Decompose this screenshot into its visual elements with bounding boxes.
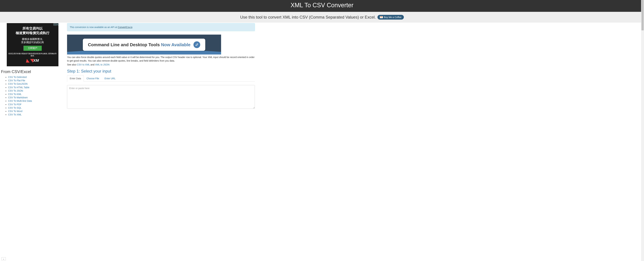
step1-title: Step 1: Select your input: [67, 69, 255, 74]
sidebar-heading: From CSV/Excel: [1, 69, 64, 74]
scrollbar[interactable]: [641, 0, 644, 120]
list-item: CSV To GeoJSON: [8, 82, 64, 85]
page-title: XML To CSV Converter: [0, 2, 644, 9]
alert-text: This conversion is now available as an A…: [70, 26, 118, 28]
main-content: This conversion is now available as an A…: [65, 23, 258, 120]
list-item: CSV To Multi-line Data: [8, 99, 64, 103]
page-header: XML To CSV Converter: [0, 0, 644, 12]
tab-enter-url[interactable]: Enter URL: [102, 75, 118, 82]
alert-link[interactable]: ConvertCsv.io: [118, 26, 132, 28]
sidebar-link[interactable]: CSV To Word: [8, 110, 22, 113]
sidebar-link[interactable]: CSV To GeoJSON: [8, 82, 28, 85]
api-alert: This conversion is now available as an A…: [67, 23, 255, 31]
list-item: CSV To SQL: [8, 106, 64, 109]
ad-banner[interactable]: ⓘ✕ 所有交易均以 極速實時報價完成執行 榮獲多個國際獎項, 受多國認可的經紀商…: [7, 23, 58, 66]
sidebar-link[interactable]: CSV To Multi-line Data: [8, 100, 32, 102]
list-item: CSV To KML: [8, 92, 64, 96]
tab-choose-file[interactable]: Choose File: [84, 75, 102, 82]
see-also-text: See also CSV to XML and XML to JSON: [67, 63, 255, 66]
sub-header: Use this tool to convert XML into CSV (C…: [0, 12, 644, 23]
coffee-label: Buy Me a Coffee: [384, 16, 402, 18]
intro-text: Use this tool to convert XML into CSV (C…: [240, 15, 376, 19]
coffee-icon: [380, 16, 383, 18]
sidebar-link[interactable]: CSV To XML: [8, 113, 22, 116]
ad-line: 極速實時報價完成執行: [8, 31, 57, 35]
input-tabs: Enter Data Choose File Enter URL: [67, 75, 255, 82]
input-panel: [67, 85, 255, 109]
list-item: CSV To HTML Table: [8, 86, 64, 89]
promo-banner[interactable]: Command Line and Desktop Tools Now Avail…: [67, 34, 221, 54]
sidebar-link[interactable]: CSV To Delimited: [8, 76, 26, 78]
ad-line: 受多國認可的經紀商: [8, 41, 57, 44]
list-item: CSV To JSON: [8, 89, 64, 92]
sidebar-link[interactable]: CSV To HTML Table: [8, 86, 30, 89]
list-item: CSV To PDF: [8, 103, 64, 106]
arrow-swap-icon: [194, 41, 200, 48]
buy-coffee-button[interactable]: Buy Me a Coffee: [378, 15, 404, 19]
sidebar-link[interactable]: CSV To SQL: [8, 106, 22, 109]
list-item: CSV To XML: [8, 113, 64, 116]
ad-line: 榮獲多個國際獎項,: [8, 38, 57, 41]
list-item: CSV To Markdown: [8, 96, 64, 99]
sidebar-link[interactable]: CSV To Markdown: [8, 96, 28, 99]
tab-enter-data[interactable]: Enter Data: [67, 75, 84, 82]
link-xml-to-json[interactable]: XML to JSON: [95, 63, 110, 66]
link-csv-to-xml[interactable]: CSV to XML: [77, 63, 90, 66]
list-item: CSV To Flat File: [8, 79, 64, 82]
scrollbar-thumb[interactable]: [642, 0, 644, 30]
description-text: You can also force double quotes around …: [67, 55, 255, 63]
ad-cta-button[interactable]: 立即開戶: [24, 46, 42, 51]
promo-card: Command Line and Desktop Tools Now Avail…: [83, 39, 205, 51]
sidebar: ⓘ✕ 所有交易均以 極速實時報價完成執行 榮獲多個國際獎項, 受多國認可的經紀商…: [0, 23, 65, 120]
promo-text: Command Line and Desktop Tools Now Avail…: [88, 42, 190, 47]
sidebar-link[interactable]: CSV To KML: [8, 93, 22, 95]
xml-input[interactable]: [67, 85, 255, 109]
sidebar-link-list: CSV To Delimited CSV To Flat File CSV To…: [1, 75, 64, 116]
list-item: CSV To Delimited: [8, 75, 64, 79]
ad-line: 所有交易均以: [8, 26, 57, 31]
list-item: CSV To Word: [8, 109, 64, 113]
ad-close-icon[interactable]: ⓘ✕: [53, 23, 58, 26]
sidebar-link[interactable]: CSV To PDF: [8, 103, 22, 106]
ad-disclaimer: 投資交易具有極大風險並可能造成您的投資本金劇損, 適用條款與條例.: [8, 52, 57, 57]
sidebar-link[interactable]: CSV To Flat File: [8, 79, 25, 82]
ad-logo: ◣◥XM: [8, 58, 57, 63]
sidebar-link[interactable]: CSV To JSON: [8, 89, 23, 92]
